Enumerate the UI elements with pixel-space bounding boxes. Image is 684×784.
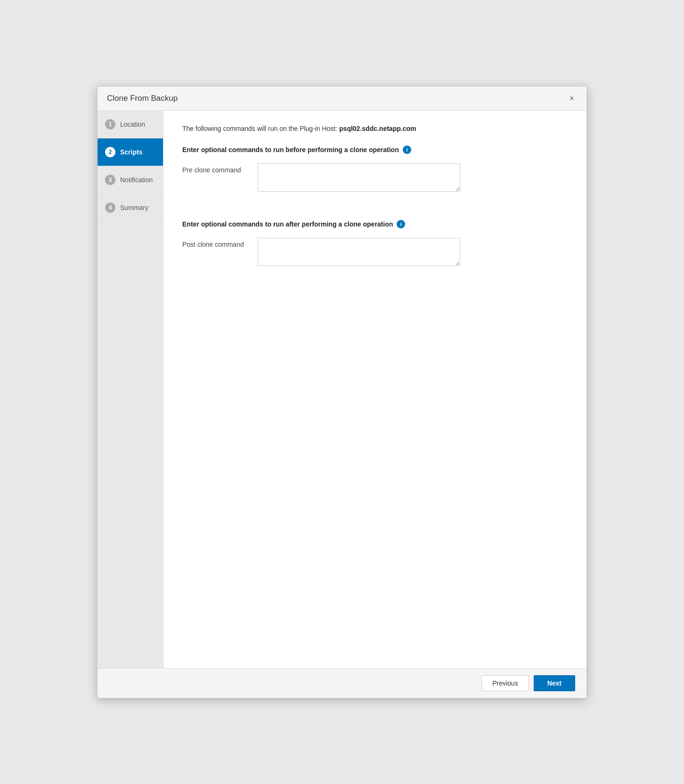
post-clone-form-row: Post clone command <box>182 238 568 266</box>
sidebar-item-label-scripts: Scripts <box>120 148 142 156</box>
next-button[interactable]: Next <box>534 675 575 691</box>
step-number-3: 3 <box>105 175 115 185</box>
post-clone-textarea[interactable] <box>258 238 460 266</box>
main-content: The following commands will run on the P… <box>163 111 586 668</box>
clone-from-backup-dialog: Clone From Backup × 1 Location 2 Scripts… <box>97 86 587 698</box>
post-clone-info-icon[interactable]: i <box>397 220 405 228</box>
sidebar-item-label-location: Location <box>120 121 145 128</box>
sidebar-item-label-summary: Summary <box>120 204 148 211</box>
dialog-title: Clone From Backup <box>107 94 178 103</box>
pre-clone-form-row: Pre clone command <box>182 163 568 192</box>
plugin-host-prefix: The following commands will run on the P… <box>182 125 337 132</box>
plugin-host-name: psql02.sddc.netapp.com <box>339 125 416 132</box>
previous-button[interactable]: Previous <box>481 675 529 691</box>
step-number-2: 2 <box>105 147 115 157</box>
pre-clone-info-icon[interactable]: i <box>403 145 411 154</box>
sidebar-item-location[interactable]: 1 Location <box>98 111 163 138</box>
close-button[interactable]: × <box>566 93 577 104</box>
dialog-body: 1 Location 2 Scripts 3 Notification 4 Su… <box>98 111 586 668</box>
sidebar-item-scripts[interactable]: 2 Scripts <box>98 138 163 166</box>
sidebar-item-summary[interactable]: 4 Summary <box>98 194 163 222</box>
pre-clone-section: Enter optional commands to run before pe… <box>182 145 568 206</box>
post-clone-heading: Enter optional commands to run after per… <box>182 220 568 228</box>
pre-clone-label: Pre clone command <box>182 163 258 174</box>
step-number-1: 1 <box>105 119 115 129</box>
pre-clone-heading: Enter optional commands to run before pe… <box>182 145 568 154</box>
post-clone-section: Enter optional commands to run after per… <box>182 220 568 280</box>
sidebar-item-label-notification: Notification <box>120 176 153 184</box>
pre-clone-textarea[interactable] <box>258 163 460 192</box>
pre-clone-heading-text: Enter optional commands to run before pe… <box>182 146 399 154</box>
dialog-footer: Previous Next <box>98 668 586 698</box>
post-clone-label: Post clone command <box>182 238 258 248</box>
plugin-host-line: The following commands will run on the P… <box>182 125 568 132</box>
sidebar-item-notification[interactable]: 3 Notification <box>98 166 163 194</box>
sidebar: 1 Location 2 Scripts 3 Notification 4 Su… <box>98 111 163 668</box>
dialog-header: Clone From Backup × <box>98 87 586 111</box>
step-number-4: 4 <box>105 202 115 213</box>
post-clone-heading-text: Enter optional commands to run after per… <box>182 220 393 228</box>
